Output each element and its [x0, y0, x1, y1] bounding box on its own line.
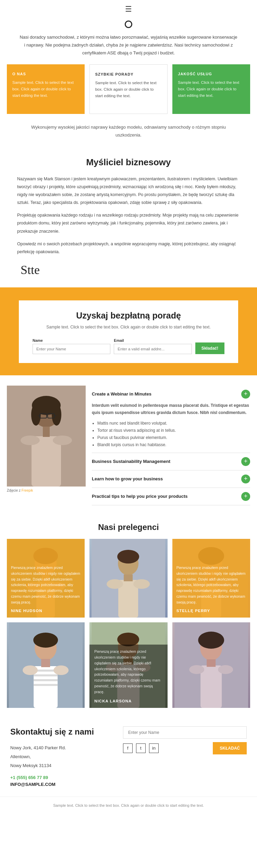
accordion-bullet-1: Mattis nunc sed blandit libero volutpat. — [97, 420, 250, 427]
signature: Stte — [17, 263, 240, 277]
svg-point-3 — [31, 404, 41, 426]
contact-socials: f t in — [123, 743, 159, 753]
center-silhouette — [89, 539, 167, 618]
subtitle-text: Wykonujemy wysokiej jakości naprawy każd… — [0, 117, 257, 150]
svg-point-37 — [33, 633, 58, 648]
business-para-3: Opowiedz mi o swoich potrzebach projekto… — [17, 240, 240, 256]
svg-point-23 — [117, 550, 139, 563]
accordion-item-1: Create a Webinar in Minutes + Interdum v… — [92, 386, 250, 453]
speaker-stella-text: Pierwszą pracę znalazłem przed ukończeni… — [176, 565, 246, 605]
accordion-item-3-title: Learn how to grow your business — [92, 476, 163, 481]
box-szybkie[interactable]: SZYBKIE PORADY Sample text. Click to sel… — [89, 64, 168, 114]
banner-subtitle: Sample text. Click to select the text bo… — [33, 324, 224, 331]
twitter-icon[interactable]: t — [136, 743, 146, 753]
banner-form: Name Email Składać! — [33, 338, 224, 354]
speaker-nicka-overlay: Pierwszą pracę znalazłem przed ukończeni… — [89, 645, 167, 708]
business-para-1: Nazywam się Mark Stanson i jestem kreaty… — [17, 175, 240, 207]
contact-section: Skontaktuj się z nami Nowy Jork, 4140 Pa… — [0, 715, 257, 796]
accordion-plus-3[interactable]: + — [241, 475, 250, 483]
intro-text: Nasi doradcy samochodowi, z którymi możn… — [0, 31, 257, 64]
box-o-nas[interactable]: O NAS Sample text. Click to select the t… — [7, 64, 85, 114]
speaker-card-left-bottom — [7, 622, 85, 708]
box-o-nas-text: Sample text. Click to select the text bo… — [12, 79, 79, 99]
box-jakosc-title: JAKOŚĆ USŁUG — [178, 72, 245, 76]
contact-city: Nowy Jork, 4140 Parker Rd. — [10, 743, 113, 752]
svg-point-7 — [21, 436, 40, 445]
banner-name-input[interactable] — [33, 344, 110, 354]
accordion-items: Create a Webinar in Minutes + Interdum v… — [92, 386, 250, 505]
speaker-card-stella: Pierwszą pracę znalazłem przed ukończeni… — [172, 539, 250, 618]
accordion-item-2-header[interactable]: Business Sustainability Management + — [92, 457, 250, 466]
banner-email-input[interactable] — [114, 344, 192, 354]
menu-icon[interactable]: ☰ — [125, 5, 132, 14]
svg-rect-40 — [34, 674, 58, 676]
svg-rect-57 — [207, 659, 216, 667]
accordion-bullet-list: Mattis nunc sed blandit libero volutpat.… — [92, 420, 250, 449]
accordion-plus-1[interactable]: + — [241, 390, 250, 399]
speaker-rb-photo — [172, 622, 250, 708]
contact-title: Skontaktuj się z nami — [10, 726, 113, 737]
accordion-image-area: Zdjęcie z Freepik — [7, 386, 86, 505]
speaker-card-right-bottom — [172, 622, 250, 708]
box-jakosc-text: Sample text. Click to select the text bo… — [178, 79, 245, 99]
box-o-nas-title: O NAS — [12, 72, 79, 76]
svg-point-4 — [52, 404, 61, 426]
business-title: Myśliciel biznesowy — [17, 157, 240, 168]
accordion-item-3: Learn how to grow your business + — [92, 470, 250, 488]
contact-country: Nowy Meksyk 31134 — [10, 761, 113, 770]
business-para-2: Projektuję opakowania każdego rodzaju i … — [17, 211, 240, 235]
speaker-stella-name: STELLĘ PERRY — [176, 609, 246, 613]
contact-right: f t in SKŁADAĆ — [123, 726, 247, 754]
hero-dot-container — [0, 17, 257, 31]
footer-text: Sample text. Click to select the text bo… — [14, 802, 243, 809]
speaker-nicka-name: NICKA LARSONA — [94, 699, 132, 703]
instagram-icon[interactable]: in — [149, 743, 159, 753]
business-section: Myśliciel biznesowy Nazywam się Mark Sta… — [0, 150, 257, 287]
contact-left: Skontaktuj się z nami Nowy Jork, 4140 Pa… — [10, 726, 113, 787]
contact-name-input[interactable] — [123, 726, 247, 739]
svg-rect-43 — [41, 659, 50, 667]
svg-point-59 — [218, 665, 233, 674]
svg-rect-25 — [124, 574, 133, 581]
contact-state: Allentown, — [10, 752, 113, 761]
banner-name-group: Name — [33, 338, 110, 354]
accordion-section: Zdjęcie z Freepik Create a Webinar in Mi… — [0, 375, 257, 512]
accordion-item-1-header[interactable]: Create a Webinar in Minutes + — [92, 390, 250, 399]
woman-silhouette — [7, 386, 86, 487]
svg-rect-6 — [43, 427, 50, 437]
banner-submit-button[interactable]: Składać! — [195, 342, 224, 354]
speaker-nine-name: NINE HUDSON — [11, 609, 81, 613]
three-boxes: O NAS Sample text. Click to select the t… — [0, 64, 257, 117]
svg-point-27 — [133, 579, 150, 589]
banner-email-group: Email — [114, 338, 192, 354]
speaker-lb-photo — [7, 622, 85, 708]
accordion-content-intro: Interdum velit euismod in pellentesque m… — [92, 402, 250, 416]
svg-rect-56 — [200, 665, 222, 708]
box-szybkie-text: Sample text. Click to select the text bo… — [95, 80, 162, 99]
speaker-stella-overlay: Pierwszą pracę znalazłem przed ukończeni… — [172, 539, 250, 618]
navigation: ☰ — [0, 0, 257, 17]
contact-submit-button[interactable]: SKŁADAĆ — [213, 742, 247, 754]
box-jakosc[interactable]: JAKOŚĆ USŁUG Sample text. Click to selec… — [172, 64, 250, 114]
freepik-link[interactable]: Freepik — [22, 489, 33, 492]
accordion-item-3-header[interactable]: Learn how to grow your business + — [92, 475, 250, 483]
svg-rect-42 — [34, 684, 58, 686]
svg-rect-41 — [34, 679, 58, 681]
banner-email-label: Email — [114, 338, 192, 342]
speaker-nicka-text: Pierwszą pracę znalazłem przed ukończeni… — [94, 649, 162, 695]
accordion-item-4-header[interactable]: Practical tips to help you price your pr… — [92, 492, 250, 501]
speaker-nine-overlay: Pierwszą pracę znalazłem przed ukończeni… — [7, 539, 85, 618]
banner-title: Uzyskaj bezpłatną poradę — [33, 311, 224, 321]
speaker-card-nine: Pierwszą pracę znalazłem przed ukończeni… — [7, 539, 85, 618]
lb-silhouette — [7, 622, 85, 708]
accordion-plus-4[interactable]: + — [241, 492, 250, 501]
facebook-icon[interactable]: f — [123, 743, 133, 753]
yellow-banner: Uzyskaj bezpłatną poradę Sample text. Cl… — [0, 287, 257, 375]
svg-point-58 — [189, 665, 204, 674]
accordion-bullet-3: Purus ut faucibus pulvinar elementum. — [97, 434, 250, 441]
speakers-row-1: Pierwszą pracę znalazłem przed ukończeni… — [7, 539, 250, 618]
contact-phone: +1 (555) 656 77 89 — [10, 775, 113, 780]
accordion-plus-2[interactable]: + — [241, 457, 250, 466]
speaker-card-nicka: Pierwszą pracę znalazłem przed ukończeni… — [89, 622, 167, 708]
svg-rect-38 — [34, 666, 58, 708]
